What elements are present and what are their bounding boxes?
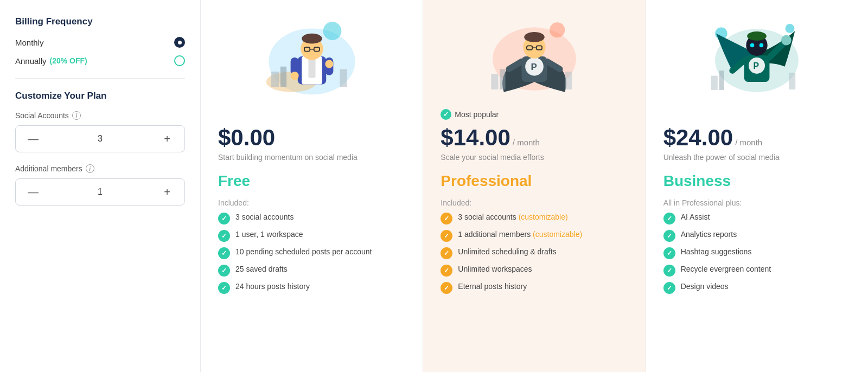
svg-point-19 <box>550 22 565 37</box>
social-accounts-value: 3 <box>98 134 103 144</box>
check-icon <box>441 282 452 294</box>
list-item: 24 hours posts history <box>218 282 405 294</box>
feature-text: 10 pending scheduled posts per account <box>235 247 372 256</box>
check-icon <box>218 265 230 277</box>
check-icon <box>218 247 230 259</box>
svg-point-45 <box>781 35 792 46</box>
list-item: AI Assist <box>663 213 851 225</box>
free-features-label: Included: <box>218 198 405 207</box>
business-illustration: P <box>663 13 851 100</box>
feature-text: Unlimited scheduling & drafts <box>458 247 556 256</box>
list-item: Design videos <box>663 282 851 294</box>
check-icon <box>441 265 452 277</box>
svg-rect-32 <box>565 72 572 89</box>
feature-text: Unlimited workspaces <box>458 265 532 273</box>
social-accounts-label: Social Accounts i <box>15 111 185 120</box>
svg-rect-30 <box>491 74 498 89</box>
discount-badge: (20% OFF) <box>50 56 87 65</box>
svg-point-13 <box>290 72 298 80</box>
svg-point-24 <box>524 32 545 42</box>
monthly-radio[interactable] <box>174 37 185 48</box>
svg-text:P: P <box>531 62 537 72</box>
svg-rect-48 <box>719 70 724 90</box>
professional-price-row: $14.00 / month <box>441 125 628 151</box>
check-icon <box>218 282 230 294</box>
business-features-label: All in Professional plus: <box>663 198 851 207</box>
professional-subtitle: Scale your social media efforts <box>441 153 628 162</box>
list-item: Unlimited scheduling & drafts <box>441 247 628 259</box>
svg-point-1 <box>323 22 341 40</box>
social-accounts-increase[interactable]: + <box>159 131 175 146</box>
plan-card-business: P <box>646 0 868 372</box>
svg-text:P: P <box>754 61 760 70</box>
most-popular-label: Most popular <box>455 110 499 119</box>
additional-members-label: Additional members i <box>15 164 185 173</box>
svg-point-14 <box>325 60 333 68</box>
plan-card-professional: P <box>423 0 645 372</box>
free-price-row: $0.00 <box>218 125 405 151</box>
free-subtitle: Start building momentum on social media <box>218 153 405 162</box>
svg-rect-31 <box>500 69 505 89</box>
feature-text: 1 user, 1 workspace <box>235 230 303 239</box>
check-icon <box>441 247 452 259</box>
billing-option-monthly[interactable]: Monthly <box>15 37 185 48</box>
check-icon <box>441 213 452 225</box>
free-illustration <box>218 13 405 100</box>
additional-members-info-icon[interactable]: i <box>86 164 94 173</box>
billing-option-annually[interactable]: Annually (20% OFF) <box>15 55 185 66</box>
additional-members-decrease[interactable]: — <box>25 184 41 200</box>
customize-plan-title: Customize Your Plan <box>15 91 185 101</box>
sidebar: Billing Frequency Monthly Annually (20% … <box>0 0 201 372</box>
feature-text: Recycle evergreen content <box>681 265 771 273</box>
feature-text: Eternal posts history <box>458 282 527 291</box>
billing-frequency-title: Billing Frequency <box>15 16 185 27</box>
list-item: 3 social accounts (customizable) <box>441 213 628 225</box>
check-icon <box>663 213 675 225</box>
feature-text: 3 social accounts <box>235 213 293 221</box>
professional-feature-list: 3 social accounts (customizable) 1 addit… <box>441 213 628 294</box>
feature-text: 25 saved drafts <box>235 265 288 273</box>
feature-text: Hashtag suggestions <box>681 247 752 256</box>
list-item: Unlimited workspaces <box>441 265 628 277</box>
feature-text: AI Assist <box>681 213 710 221</box>
svg-rect-47 <box>711 76 718 90</box>
feature-text: Analytics reports <box>681 230 737 239</box>
list-item: 1 user, 1 workspace <box>218 230 405 242</box>
svg-rect-49 <box>789 73 795 89</box>
feature-text: 3 social accounts (customizable) <box>458 213 567 221</box>
social-accounts-info-icon[interactable]: i <box>72 111 81 120</box>
professional-illustration: P <box>441 13 628 100</box>
svg-rect-15 <box>271 72 279 87</box>
page-container: Billing Frequency Monthly Annually (20% … <box>0 0 868 372</box>
divider <box>15 78 185 79</box>
list-item: 10 pending scheduled posts per account <box>218 247 405 259</box>
business-period: / month <box>735 138 762 147</box>
social-accounts-stepper: — 3 + <box>15 125 185 152</box>
additional-members-increase[interactable]: + <box>159 184 175 200</box>
list-item: 25 saved drafts <box>218 265 405 277</box>
professional-plan-name: Professional <box>441 172 628 190</box>
list-item: Recycle evergreen content <box>663 265 851 277</box>
svg-point-42 <box>760 43 764 48</box>
business-subtitle: Unleash the power of social media <box>663 153 851 162</box>
check-icon <box>663 247 675 259</box>
professional-price: $14.00 <box>441 125 510 151</box>
free-feature-list: 3 social accounts 1 user, 1 workspace 10… <box>218 213 405 294</box>
free-plan-name: Free <box>218 172 405 190</box>
check-icon <box>441 230 452 242</box>
professional-most-popular: Most popular <box>441 108 628 120</box>
free-price: $0.00 <box>218 125 275 151</box>
annually-radio[interactable] <box>174 55 185 66</box>
svg-point-43 <box>748 31 767 41</box>
feature-text: Design videos <box>681 282 729 291</box>
svg-rect-17 <box>340 69 347 87</box>
list-item: 1 additional members (customizable) <box>441 230 628 242</box>
feature-text: 1 additional members (customizable) <box>458 230 582 239</box>
professional-badge-check <box>441 109 451 120</box>
check-icon <box>663 265 675 277</box>
additional-members-stepper: — 1 + <box>15 178 185 206</box>
social-accounts-decrease[interactable]: — <box>25 131 41 146</box>
plan-card-free: Most popular $0.00 Start building moment… <box>201 0 423 372</box>
check-icon <box>218 230 230 242</box>
annually-label: Annually (20% OFF) <box>15 56 87 66</box>
